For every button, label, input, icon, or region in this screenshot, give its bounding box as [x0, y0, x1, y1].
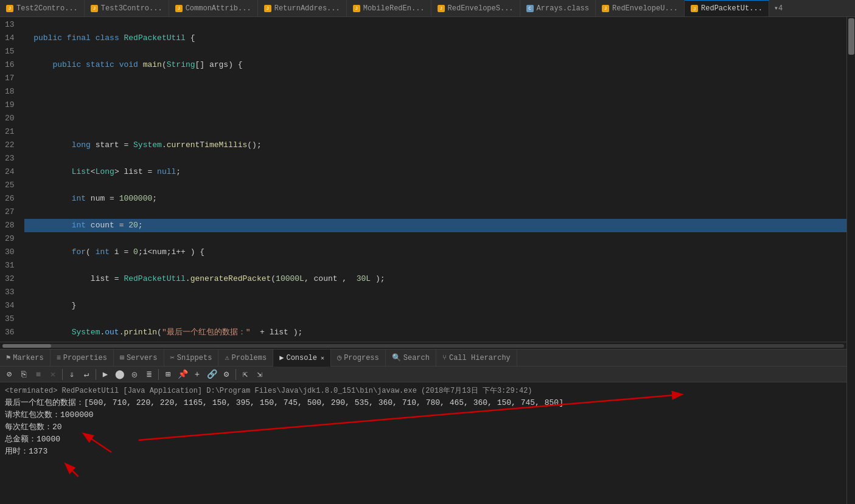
toolbar-word-wrap[interactable]: ↵	[80, 368, 93, 381]
scrollbar-track-h[interactable]	[2, 344, 844, 348]
console-toolbar: ⊘ ⎘ ■ ✕ ⇓ ↵ ▶ ⬤ ◎ ≣ ⊞ 📌 + 🔗	[0, 367, 846, 382]
toolbar-sep4	[236, 369, 236, 380]
scrollbar-thumb-v[interactable]	[848, 18, 854, 55]
bottom-panel: ⚑ Markers ≡ Properties ⊞ Servers ✂ Snipp…	[0, 349, 846, 504]
code-line-20: int count = 20;	[24, 219, 846, 232]
bottom-tab-callhierarchy[interactable]: ⑂ Call Hierarchy	[436, 350, 517, 367]
scrollbar-thumb-h[interactable]	[2, 344, 51, 348]
toolbar-sep2	[96, 369, 96, 380]
toolbar-sep3	[158, 369, 159, 380]
toolbar-new-console[interactable]: +	[190, 368, 204, 381]
tab-commonattrib[interactable]: J CommonAttrib...	[169, 0, 258, 17]
toolbar-link[interactable]: 🔗	[205, 368, 218, 381]
code-line-22: list = RedPacketUtil.generateRedPacket(1…	[24, 272, 846, 286]
code-area[interactable]: 13 14 15 16 17 18 19 20 21 22 23 24 25 2…	[0, 17, 846, 342]
toolbar-pin[interactable]: 📌	[176, 368, 189, 381]
code-line-13: public final class RedPacketUtil {	[24, 32, 846, 45]
toolbar-run[interactable]: ▶	[99, 368, 112, 381]
code-line-14: public static void main(String[] args) {	[24, 58, 846, 72]
console-terminated-line: <terminated> RedPacketUtil [Java Applica…	[5, 385, 842, 397]
toolbar-profile[interactable]: ◎	[128, 368, 141, 381]
toolbar-settings[interactable]: ⚙	[220, 368, 233, 381]
toolbar-remove[interactable]: ✕	[46, 368, 60, 381]
console-line-5: 用时：1373	[5, 446, 842, 458]
tab-test2[interactable]: J Test2Contro...	[0, 0, 85, 17]
tab-redenvelope-u[interactable]: J RedEnvelopeU...	[596, 0, 685, 17]
tab-mobilered[interactable]: J MobileRedEn...	[347, 0, 431, 17]
tab-icon-redenvelope-s: J	[438, 5, 445, 12]
console-line-3: 每次红包数：20	[5, 421, 842, 433]
tab-redenvelope-s[interactable]: J RedEnvelopeS...	[431, 0, 520, 17]
toolbar-coverage[interactable]: ≣	[142, 368, 156, 381]
code-line-24: System.out.println("最后一个红包的数据：" + list )…	[24, 326, 846, 339]
toolbar-left: ⊘ ⎘ ■ ✕ ⇓ ↵ ▶ ⬤ ◎ ≣ ⊞ 📌 + 🔗	[2, 368, 267, 381]
editor-main: 13 14 15 16 17 18 19 20 21 22 23 24 25 2…	[0, 17, 846, 504]
tab-bar: J Test2Contro... J Test3Contro... J Comm…	[0, 0, 855, 17]
console-output: <terminated> RedPacketUtil [Java Applica…	[0, 382, 846, 504]
console-line-4: 总金额：10000	[5, 433, 842, 446]
code-line-21: for( int i = 0;i<num;i++ ) {	[24, 246, 846, 259]
code-line-15	[24, 85, 846, 98]
bottom-tab-search[interactable]: 🔍 Search	[386, 350, 436, 367]
tab-returnaddress[interactable]: J ReturnAddres...	[258, 0, 347, 17]
code-content[interactable]: public final class RedPacketUtil { publi…	[22, 17, 846, 342]
bottom-tab-console[interactable]: ▶ Console ✕	[273, 350, 331, 367]
toolbar-terminate[interactable]: ■	[32, 368, 45, 381]
code-line-23: }	[24, 299, 846, 312]
bottom-tab-markers[interactable]: ⚑ Markers	[0, 350, 51, 367]
vertical-scrollbar[interactable]	[846, 17, 855, 504]
bottom-tab-progress[interactable]: ◷ Progress	[331, 350, 386, 367]
toolbar-debug[interactable]: ⬤	[113, 368, 127, 381]
toolbar-minimize[interactable]: ⇲	[253, 368, 267, 381]
tab-icon-redenvelope-u: J	[602, 5, 609, 12]
tab-icon-returnaddress: J	[264, 5, 271, 12]
toolbar-maximize[interactable]: ⇱	[239, 368, 252, 381]
toolbar-copy[interactable]: ⎘	[17, 368, 30, 381]
console-line-1: 最后一个红包的数据：[500, 710, 220, 220, 1165, 150…	[5, 397, 842, 409]
tab-icon-test3: J	[91, 5, 98, 12]
bottom-tab-problems[interactable]: ⚠ Problems	[218, 350, 273, 367]
tab-test3[interactable]: J Test3Contro...	[85, 0, 169, 17]
bottom-tabs: ⚑ Markers ≡ Properties ⊞ Servers ✂ Snipp…	[0, 350, 846, 367]
code-line-16	[24, 112, 846, 125]
tab-icon-test2: J	[6, 5, 13, 12]
tab-arrays[interactable]: C Arrays.class	[520, 0, 596, 17]
code-line-18: List<Long> list = null;	[24, 165, 846, 179]
toolbar-scroll-lock[interactable]: ⇓	[65, 368, 79, 381]
svg-line-3	[66, 464, 79, 477]
editor-container: 13 14 15 16 17 18 19 20 21 22 23 24 25 2…	[0, 17, 855, 504]
console-line-2: 请求红包次数：1000000	[5, 409, 842, 421]
code-line-17: long start = System.currentTimeMillis();	[24, 139, 846, 152]
tab-icon-arrays: C	[526, 5, 534, 12]
bottom-tab-servers[interactable]: ⊞ Servers	[114, 350, 164, 367]
line-numbers: 13 14 15 16 17 18 19 20 21 22 23 24 25 2…	[0, 17, 22, 342]
toolbar-clear-console[interactable]: ⊘	[2, 368, 16, 381]
bottom-tab-properties[interactable]: ≡ Properties	[51, 350, 114, 367]
tab-redpacketutil[interactable]: J RedPacketUt...	[685, 0, 769, 17]
tab-overflow[interactable]: ▾4	[769, 4, 787, 13]
horizontal-scrollbar[interactable]	[0, 342, 846, 349]
toolbar-open-console[interactable]: ⊞	[161, 368, 175, 381]
tab-icon-redpacketutil: J	[691, 5, 698, 12]
toolbar-sep1	[62, 369, 63, 380]
tab-icon-mobilered: J	[353, 5, 360, 12]
tab-icon-commonattrib: J	[175, 5, 183, 12]
code-line-19: int num = 1000000;	[24, 192, 846, 205]
bottom-tab-snippets[interactable]: ✂ Snippets	[164, 350, 219, 367]
